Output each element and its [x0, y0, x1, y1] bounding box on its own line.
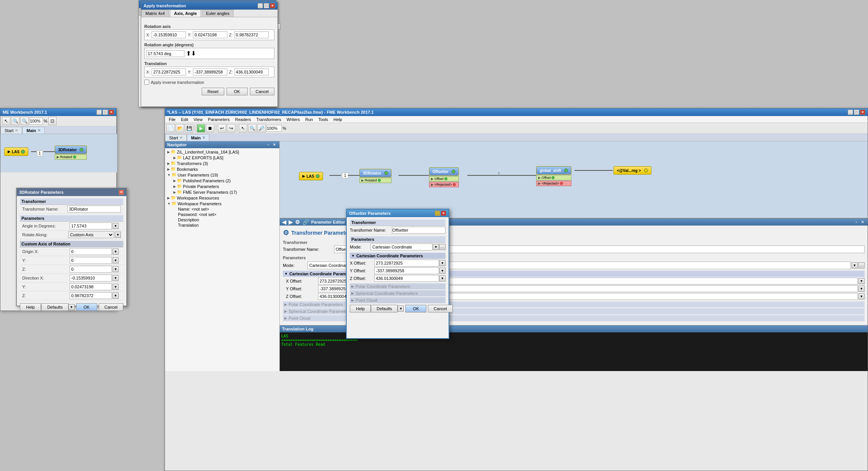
pe-x-dropdown[interactable]: ▼ — [858, 278, 865, 284]
offsetter-z-input[interactable] — [374, 275, 439, 282]
nav-collapse[interactable]: − — [266, 142, 271, 147]
offsetter-mode-value[interactable]: Cartesian Coordinate — [370, 244, 432, 250]
tb-redo[interactable]: ↪ — [227, 124, 235, 132]
rotator-close[interactable]: ✕ — [119, 190, 124, 195]
nav-item-11[interactable]: Password: <not set> — [166, 212, 279, 217]
origin-x-btn[interactable]: ▼ — [113, 249, 119, 255]
pe-mode-dropdown[interactable]: ▼ — [852, 262, 858, 268]
tb-new[interactable]: 📄 — [166, 124, 175, 132]
origin-z-btn[interactable]: ▼ — [113, 266, 119, 272]
main-las-node[interactable]: ▶ LAS — [299, 172, 323, 180]
offsetter-name-input[interactable] — [392, 227, 445, 234]
tb-zoom-in2[interactable]: 🔍 — [248, 124, 256, 132]
tb-undo[interactable]: ↩ — [218, 124, 226, 132]
pe-close[interactable]: ✕ — [860, 219, 865, 225]
nav-item-2[interactable]: ▶ 📁 Transformers (3) — [166, 160, 279, 166]
tab-euler-2[interactable]: Euler angles — [202, 10, 233, 17]
dir-y-input[interactable] — [70, 283, 112, 290]
menu-writers[interactable]: Writers — [284, 117, 302, 122]
param-fwd-btn[interactable]: ▶ — [289, 219, 293, 225]
angle-dropdown-btn[interactable]: ▼ — [113, 223, 119, 229]
nav-item-10[interactable]: Name: <not set> — [166, 206, 279, 212]
tab-main-small[interactable]: Main ✕ — [22, 127, 45, 134]
menu-transformers[interactable]: Transformers — [254, 117, 284, 122]
menu-params[interactable]: Parameters — [206, 117, 232, 122]
nav-item-8[interactable]: ▶ 📁 Workspace Resources — [166, 195, 279, 201]
dir-x-btn[interactable]: ▼ — [113, 275, 119, 281]
nav-item-9[interactable]: ▼ 📁 Workspace Parameters — [166, 201, 279, 206]
pe-z-dropdown[interactable]: ▼ — [858, 293, 865, 299]
nav-item-6[interactable]: ▶ 📁 Private Parameters — [166, 183, 279, 189]
dialog2-maximize[interactable]: □ — [264, 3, 269, 8]
offsetter-ok-btn[interactable]: OK — [405, 305, 426, 312]
tb-zoom-in[interactable]: 🔍 — [11, 117, 20, 125]
origin-x-input[interactable] — [70, 248, 112, 255]
main-rotator-node[interactable]: 3DRotator — [359, 169, 392, 177]
small-rotator-node[interactable]: 3DRotator — [55, 146, 87, 154]
offsetter-mode-dropdown[interactable]: ▼ — [433, 244, 439, 250]
param-link-btn[interactable]: 🔗 — [302, 219, 309, 225]
tb-save[interactable]: 💾 — [185, 124, 193, 132]
x-rotation-input[interactable] — [152, 31, 186, 38]
rotate-along-btn[interactable]: ▼ — [115, 232, 121, 238]
tb-pointer2[interactable]: ↖ — [239, 124, 247, 132]
menu-view[interactable]: View — [191, 117, 205, 122]
tb-zoom-out[interactable]: 🔍 — [20, 117, 29, 125]
tab-axis-angle-2[interactable]: Axis, Angle — [170, 10, 201, 17]
rotator-ok-btn[interactable]: OK — [76, 303, 97, 311]
wb-main-max[interactable]: □ — [854, 110, 859, 115]
origin-y-input[interactable] — [70, 257, 112, 264]
tz-input[interactable] — [234, 69, 269, 75]
offsetter-close[interactable]: ✕ — [441, 211, 446, 216]
menu-edit[interactable]: Edit — [179, 117, 191, 122]
nav-item-1[interactable]: ▶ 📁 LAZ EXPORTS [LAS] — [166, 155, 279, 160]
pe-collapse[interactable]: − — [854, 219, 859, 225]
offsetter-x-dropdown[interactable]: ▼ — [439, 260, 445, 266]
globalshift-node[interactable]: global_shift — [536, 166, 571, 175]
tab-matrix4x4-2[interactable]: Matrix 4x4 — [141, 10, 169, 17]
menu-tools[interactable]: Tools — [316, 117, 331, 122]
tb-run[interactable]: ▶ — [197, 124, 205, 132]
tab-main-main[interactable]: Main ✕ — [187, 134, 209, 141]
dialog2-minimize[interactable]: _ — [258, 3, 263, 8]
main-zoom-input[interactable] — [266, 125, 282, 132]
nav-item-12[interactable]: Description — [166, 217, 279, 222]
cancel-btn-2[interactable]: Cancel — [250, 88, 274, 95]
nav-close[interactable]: ✕ — [272, 142, 277, 147]
nav-item-0[interactable]: ▶ 📁 ZiL_Lindenhof_Urania_164 [LAS] — [166, 149, 279, 155]
zoom-input[interactable] — [29, 118, 43, 124]
offsetter-cancel-btn[interactable]: Cancel — [428, 305, 452, 312]
y-rotation-input[interactable] — [193, 31, 227, 38]
tab-start-main[interactable]: Start ✕ — [165, 134, 187, 141]
param-back-btn[interactable]: ◀ — [282, 219, 286, 225]
offsetter-mode-dots[interactable]: … — [439, 244, 445, 250]
rotator-cancel-btn[interactable]: Cancel — [99, 303, 123, 311]
offsetter-y-input[interactable] — [374, 267, 439, 274]
menu-run[interactable]: Run — [303, 117, 315, 122]
z-rotation-input[interactable] — [234, 31, 269, 38]
offsetter-z-dropdown[interactable]: ▼ — [439, 275, 445, 281]
offsetter-node[interactable]: Offsetter — [429, 167, 459, 176]
wb-main-min[interactable]: _ — [848, 110, 853, 115]
rotate-along-select[interactable]: Custom Axis — [68, 231, 114, 238]
nav-item-5[interactable]: ▶ 📁 Published Parameters (2) — [166, 178, 279, 183]
rotator-help-btn[interactable]: Help — [20, 303, 41, 311]
dir-y-btn[interactable]: ▼ — [113, 284, 119, 290]
tb-fit[interactable]: ⊡ — [48, 117, 57, 125]
wb-small-max[interactable]: □ — [103, 110, 108, 115]
tx-input[interactable] — [152, 69, 186, 75]
tb-zoom-out2[interactable]: 🔎 — [257, 124, 266, 132]
origin-z-input[interactable] — [70, 266, 112, 273]
menu-readers[interactable]: Readers — [233, 117, 253, 122]
wb-main-close[interactable]: ✕ — [860, 110, 865, 115]
small-las-node[interactable]: ▶ LAS — [4, 147, 28, 156]
nav-item-3[interactable]: ▶ 📁 Bookmarks — [166, 166, 279, 172]
dir-z-btn[interactable]: ▼ — [113, 293, 119, 299]
dir-z-input[interactable] — [70, 292, 112, 299]
offsetter-y-dropdown[interactable]: ▼ — [439, 268, 445, 274]
offsetter-min[interactable]: _ — [435, 211, 440, 216]
param-settings-btn[interactable]: ⚙ — [295, 219, 300, 225]
val-reg-node[interactable]: <@Val...reg > — [613, 166, 651, 175]
angle-input[interactable] — [146, 50, 184, 57]
nav-item-4[interactable]: ▼ 📁 User Parameters (19) — [166, 172, 279, 178]
